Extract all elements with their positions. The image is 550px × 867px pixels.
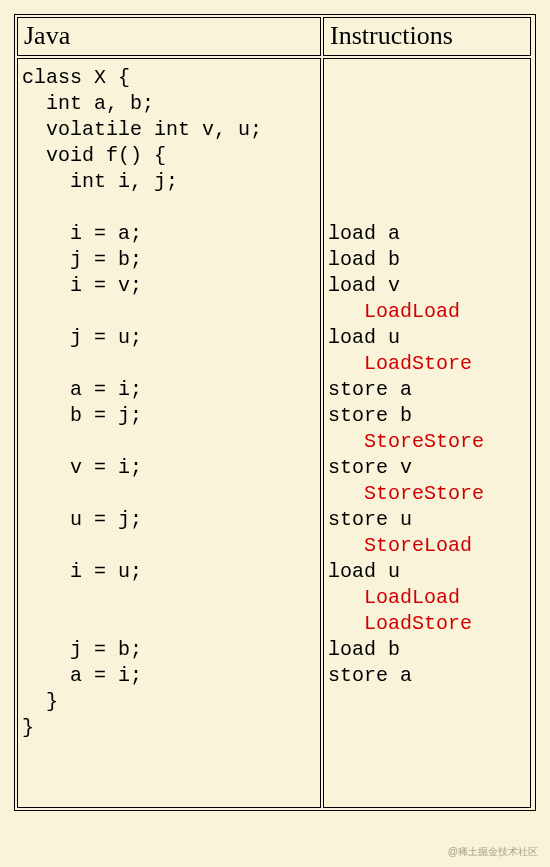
- instruction: load v: [328, 274, 400, 297]
- memory-barrier: LoadStore: [328, 612, 472, 635]
- header-java: Java: [17, 17, 321, 56]
- memory-barrier: LoadLoad: [328, 586, 460, 609]
- memory-barrier: LoadStore: [328, 352, 472, 375]
- instruction: load b: [328, 248, 400, 271]
- memory-barrier: StoreLoad: [328, 534, 472, 557]
- instruction: store b: [328, 404, 412, 427]
- instruction: load a: [328, 222, 400, 245]
- header-instructions: Instructions: [323, 17, 531, 56]
- java-code-cell: class X { int a, b; volatile int v, u; v…: [17, 58, 321, 808]
- instruction: store a: [328, 664, 412, 687]
- instruction: load b: [328, 638, 400, 661]
- instruction: load u: [328, 560, 400, 583]
- watermark: @稀土掘金技术社区: [448, 845, 538, 859]
- comparison-table: Java Instructions class X { int a, b; vo…: [14, 14, 536, 811]
- instructions-cell: load a load b load v LoadLoad load u Loa…: [323, 58, 531, 808]
- instruction: store v: [328, 456, 412, 479]
- body-row: class X { int a, b; volatile int v, u; v…: [17, 58, 533, 808]
- instruction: load u: [328, 326, 400, 349]
- memory-barrier: LoadLoad: [328, 300, 460, 323]
- memory-barrier: StoreStore: [328, 482, 484, 505]
- memory-barrier: StoreStore: [328, 430, 484, 453]
- instruction: store a: [328, 378, 412, 401]
- instruction: store u: [328, 508, 412, 531]
- header-row: Java Instructions: [17, 17, 533, 56]
